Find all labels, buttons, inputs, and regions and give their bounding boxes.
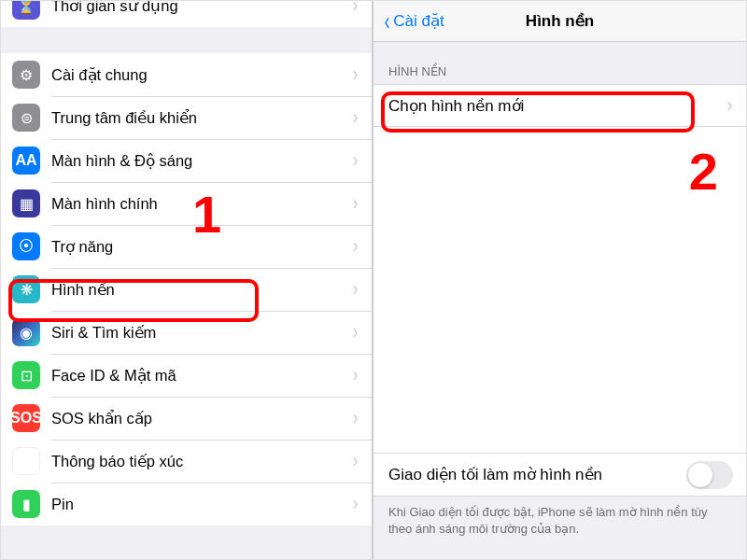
chevron-right-icon: › xyxy=(353,150,358,171)
settings-list-pane: ⏳Thời gian sử dụng›⚙Cài đặt chung›⊜Trung… xyxy=(1,1,374,559)
settings-row[interactable]: ◉Siri & Tìm kiếm› xyxy=(1,311,372,354)
footer-note: Khi Giao diện tối được bật, iPhone sẽ là… xyxy=(374,497,746,537)
section-header: HÌNH NỀN xyxy=(374,42,746,84)
settings-row[interactable]: ▮Pin› xyxy=(1,483,372,525)
back-button[interactable]: ‹ Cài đặt xyxy=(383,8,444,35)
settings-row[interactable]: ⚙Cài đặt chung› xyxy=(1,53,372,96)
settings-row[interactable]: AAMàn hình & Độ sáng› xyxy=(1,139,372,182)
settings-row[interactable]: ⊜Trung tâm điều khiển› xyxy=(1,96,372,139)
settings-row-label: Trợ năng xyxy=(51,238,352,256)
settings-row[interactable]: ⏳Thời gian sử dụng› xyxy=(1,1,372,27)
chevron-right-icon: › xyxy=(727,95,732,116)
accessibility-icon: ⦿ xyxy=(12,232,40,260)
settings-row-label: Thông báo tiếp xúc xyxy=(51,453,352,470)
settings-row[interactable]: ⊡Face ID & Mật mã› xyxy=(1,354,372,397)
gear-icon: ⚙ xyxy=(12,61,40,89)
back-label: Cài đặt xyxy=(393,11,444,31)
settings-row[interactable]: ✴Thông báo tiếp xúc› xyxy=(1,440,372,483)
settings-row[interactable]: SOSSOS khẩn cấp› xyxy=(1,397,372,440)
chevron-right-icon: › xyxy=(353,193,358,214)
settings-row[interactable]: ❋Hình nền› xyxy=(1,268,372,311)
settings-row-label: Trung tâm điều khiển xyxy=(51,109,352,127)
settings-row-label: Hình nền xyxy=(51,281,352,299)
settings-row[interactable]: ▦Màn hình chính› xyxy=(1,182,372,225)
choose-wallpaper-row[interactable]: Chọn hình nền mới › xyxy=(374,84,746,127)
settings-row-label: SOS khẩn cấp xyxy=(51,410,352,427)
chevron-right-icon: › xyxy=(353,365,358,385)
chevron-right-icon: › xyxy=(353,64,358,85)
home-icon: ▦ xyxy=(12,189,40,217)
siri-icon: ◉ xyxy=(12,318,40,346)
control-center-icon: ⊜ xyxy=(12,104,40,132)
choose-wallpaper-label: Chọn hình nền mới xyxy=(388,96,726,116)
chevron-right-icon: › xyxy=(353,494,358,514)
faceid-icon: ⊡ xyxy=(12,361,40,389)
wallpaper-icon: ❋ xyxy=(12,275,40,303)
chevron-right-icon: › xyxy=(353,322,358,343)
chevron-right-icon: › xyxy=(353,451,358,471)
settings-row-label: Face ID & Mật mã xyxy=(51,367,352,385)
navbar: ‹ Cài đặt Hình nền xyxy=(374,1,746,42)
chevron-right-icon: › xyxy=(353,408,358,428)
dim-toggle-row[interactable]: Giao diện tối làm mờ hình nền xyxy=(374,454,746,497)
group-separator xyxy=(1,27,372,53)
preview-area xyxy=(374,127,746,454)
sos-icon: SOS xyxy=(12,404,40,432)
hourglass-icon: ⏳ xyxy=(12,1,40,20)
settings-row-label: Cài đặt chung xyxy=(51,66,352,84)
wallpaper-detail-pane: ‹ Cài đặt Hình nền HÌNH NỀN Chọn hình nề… xyxy=(374,1,746,559)
chevron-right-icon: › xyxy=(353,236,358,257)
battery-icon: ▮ xyxy=(12,490,40,518)
chevron-right-icon: › xyxy=(353,1,358,16)
settings-row-label: Pin xyxy=(51,496,352,513)
settings-row-label: Siri & Tìm kiếm xyxy=(51,324,352,342)
display-icon: AA xyxy=(12,147,40,175)
chevron-left-icon: ‹ xyxy=(385,8,390,35)
dim-toggle-label: Giao diện tối làm mờ hình nền xyxy=(388,465,686,484)
settings-row-label: Màn hình & Độ sáng xyxy=(51,152,352,170)
chevron-right-icon: › xyxy=(353,107,358,128)
chevron-right-icon: › xyxy=(353,279,358,300)
settings-row-label: Thời gian sử dụng xyxy=(51,1,352,15)
settings-row-label: Màn hình chính xyxy=(51,195,352,213)
settings-row[interactable]: ⦿Trợ năng› xyxy=(1,225,372,268)
dim-toggle-switch[interactable] xyxy=(686,461,733,489)
exposure-icon: ✴ xyxy=(12,447,40,475)
